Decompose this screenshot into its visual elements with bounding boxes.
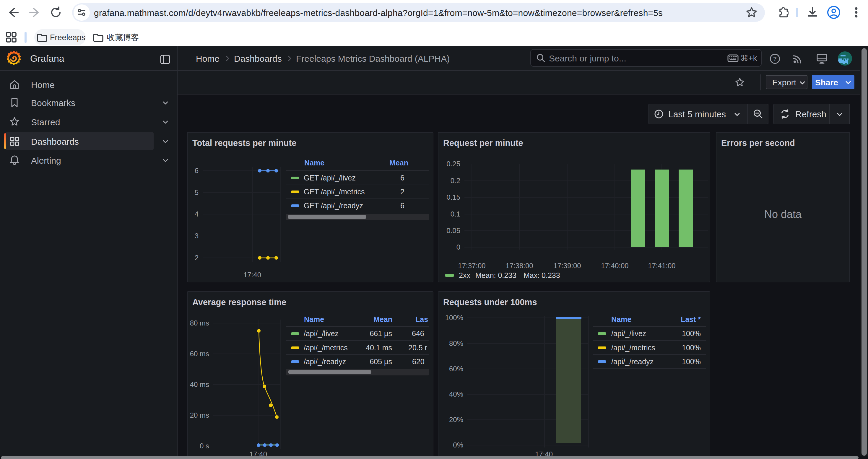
svg-text:?: ?	[773, 56, 777, 62]
